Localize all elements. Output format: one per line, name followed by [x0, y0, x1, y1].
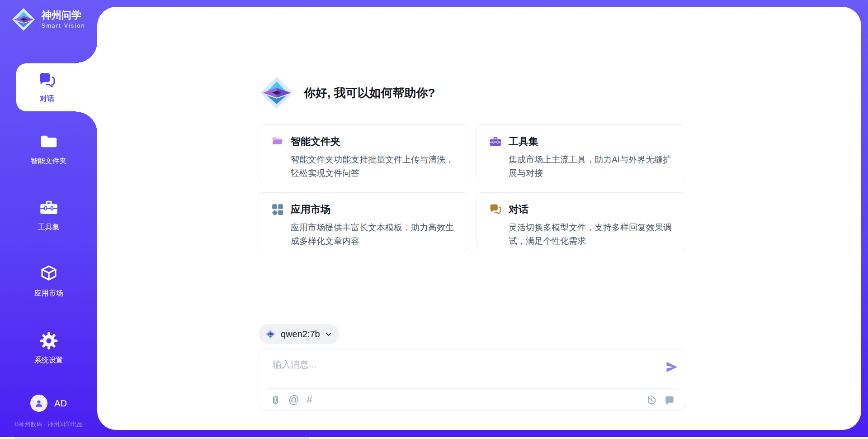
card-header: 智能文件夹: [271, 135, 456, 148]
sidebar-item-app-market[interactable]: 应用市场: [0, 263, 97, 298]
scrollbar-thumb[interactable]: [15, 437, 309, 439]
active-tab-curve-top: [76, 42, 98, 63]
folder-open-icon: [271, 135, 284, 148]
chevron-down-icon: [325, 330, 332, 338]
composer-tools-right: [646, 395, 675, 406]
sidebar-item-chat[interactable]: 对话: [16, 63, 98, 111]
chat-bubble-icon[interactable]: [664, 395, 675, 406]
send-icon[interactable]: [665, 360, 679, 374]
brand: 神州问学 Smart Vision: [11, 7, 85, 32]
sidebar-item-label: 对话: [40, 94, 54, 104]
sidebar-item-label: 应用市场: [34, 289, 63, 298]
card-description: 灵活切换多模型文件，支持多样回复效果调试，满足个性化需求: [509, 221, 674, 248]
card-description: 集成市场上主流工具，助力AI与外界无缝扩展与对接: [509, 153, 674, 180]
toolbox-icon: [489, 135, 502, 148]
hashtag-icon[interactable]: #: [307, 395, 312, 405]
message-input-card: @ #: [259, 348, 686, 411]
composer-toolbar: @ #: [270, 389, 675, 411]
footer-credit: ©神州数码 · 神州问学出品: [0, 420, 97, 429]
card-title: 应用市场: [291, 203, 330, 216]
brand-subtitle: Smart Vision: [42, 23, 85, 29]
sidebar-item-label: 系统设置: [34, 356, 63, 365]
card-title: 对话: [509, 203, 528, 216]
brand-logo-icon: [259, 75, 295, 111]
chat-icon: [489, 203, 502, 216]
greeting-text: 你好, 我可以如何帮助你?: [304, 85, 435, 101]
gear-icon: [38, 330, 59, 351]
card-title: 工具集: [509, 135, 538, 148]
person-icon: [33, 398, 44, 409]
folder-icon: [38, 131, 59, 152]
card-header: 工具集: [489, 135, 674, 148]
card-chat[interactable]: 对话 灵活切换多模型文件，支持多样回复效果调试，满足个性化需求: [476, 192, 686, 251]
feature-cards: 智能文件夹 智能文件夹功能支持批量文件上传与清洗，轻松实现文件问答 工具集 集成…: [259, 124, 686, 251]
card-smart-folder[interactable]: 智能文件夹 智能文件夹功能支持批量文件上传与清洗，轻松实现文件问答: [259, 124, 468, 183]
app-grid-icon: [271, 203, 284, 216]
card-header: 对话: [489, 203, 674, 216]
active-tab-curve-bottom: [76, 111, 98, 133]
sidebar-item-settings[interactable]: 系统设置: [0, 330, 97, 365]
composer-tools-left: @ #: [270, 395, 312, 406]
cube-icon: [38, 263, 59, 284]
toolbox-icon: [38, 197, 59, 218]
avatar: [30, 395, 47, 412]
chat-icon: [38, 71, 57, 90]
sidebar-item-smart-folder[interactable]: 智能文件夹: [0, 131, 97, 166]
main-content-surface: 你好, 我可以如何帮助你? 智能文件夹 智能文件夹功能支持批量文件上传与清洗，轻…: [97, 7, 861, 430]
message-input[interactable]: [272, 355, 653, 373]
card-description: 智能文件夹功能支持批量文件上传与清洗，轻松实现文件问答: [291, 153, 456, 180]
card-app-market[interactable]: 应用市场 应用市场提供丰富长文本模板，助力高效生成多样化文章内容: [259, 192, 468, 251]
model-logo-icon: [264, 328, 276, 340]
main-content: 你好, 我可以如何帮助你? 智能文件夹 智能文件夹功能支持批量文件上传与清洗，轻…: [259, 7, 686, 430]
composer: qwen2:7b @ #: [259, 324, 686, 411]
brand-text: 神州问学 Smart Vision: [42, 10, 85, 29]
greeting-block: 你好, 我可以如何帮助你?: [259, 75, 435, 111]
card-description: 应用市场提供丰富长文本模板，助力高效生成多样化文章内容: [291, 221, 456, 248]
sidebar-item-label: 智能文件夹: [31, 157, 67, 166]
horizontal-scrollbar[interactable]: [0, 437, 868, 439]
mention-icon[interactable]: @: [288, 395, 299, 405]
model-name: qwen2:7b: [281, 329, 320, 339]
card-header: 应用市场: [271, 203, 456, 216]
sidebar-item-toolset[interactable]: 工具集: [0, 197, 97, 232]
user-profile[interactable]: AD: [0, 395, 97, 412]
brand-logo-icon: [11, 7, 36, 32]
card-title: 智能文件夹: [291, 135, 340, 148]
card-toolset[interactable]: 工具集 集成市场上主流工具，助力AI与外界无缝扩展与对接: [476, 124, 686, 183]
brand-name: 神州问学: [42, 10, 85, 21]
paperclip-icon[interactable]: [270, 395, 281, 406]
model-selector[interactable]: qwen2:7b: [259, 324, 340, 344]
user-initials: AD: [54, 398, 67, 409]
history-icon[interactable]: [646, 395, 657, 406]
sidebar-item-label: 工具集: [38, 223, 60, 232]
app-frame: 你好, 我可以如何帮助你? 智能文件夹 智能文件夹功能支持批量文件上传与清洗，轻…: [0, 0, 868, 439]
